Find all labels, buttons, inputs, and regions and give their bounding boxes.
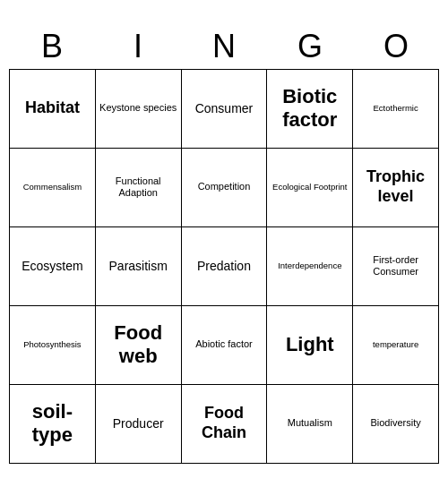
cell-text-r4-c4: Biodiversity <box>370 417 420 429</box>
cell-text-r2-c2: Predation <box>197 259 251 274</box>
cell-text-r4-c2: Food Chain <box>185 404 264 442</box>
cell-text-r2-c1: Parasitism <box>109 259 168 274</box>
cell-r0-c3: Biotic factor <box>267 70 353 149</box>
cell-text-r0-c2: Consumer <box>195 101 254 116</box>
header-letter-N: N <box>181 24 267 69</box>
cell-text-r1-c4: Trophic level <box>356 167 435 206</box>
cell-r1-c4: Trophic level <box>353 149 439 227</box>
cell-text-r2-c4: First-order Consumer <box>356 254 435 278</box>
cell-r3-c4: temperature <box>353 306 439 385</box>
cell-text-r1-c3: Ecological Footprint <box>272 182 347 192</box>
cell-text-r0-c1: Keystone species <box>99 102 177 114</box>
cell-r0-c0: Habitat <box>10 70 96 149</box>
cell-text-r2-c0: Ecosystem <box>22 259 82 274</box>
header-letter-B: B <box>9 24 95 69</box>
cell-r1-c2: Competition <box>182 149 268 227</box>
cell-r4-c1: Producer <box>96 385 182 464</box>
cell-text-r2-c3: Interdependence <box>278 261 341 270</box>
cell-r1-c3: Ecological Footprint <box>267 149 353 227</box>
cell-text-r3-c4: temperature <box>373 339 418 349</box>
cell-text-r4-c3: Mutualism <box>288 417 332 429</box>
bingo-card: BINGO HabitatKeystone speciesConsumerBio… <box>9 24 439 464</box>
cell-text-r0-c3: Biotic factor <box>270 85 349 132</box>
cell-r0-c4: Ectothermic <box>353 70 439 149</box>
bingo-header: BINGO <box>9 24 439 69</box>
cell-text-r3-c0: Photosynthesis <box>23 339 81 349</box>
cell-r4-c3: Mutualism <box>267 385 353 464</box>
cell-text-r3-c3: Light <box>286 333 334 356</box>
cell-r2-c1: Parasitism <box>96 227 182 306</box>
header-letter-O: O <box>353 24 439 69</box>
header-letter-I: I <box>95 24 181 69</box>
cell-text-r1-c2: Competition <box>198 181 251 192</box>
cell-text-r1-c0: Commensalism <box>23 182 82 192</box>
cell-r2-c2: Predation <box>182 227 268 306</box>
cell-text-r3-c2: Abiotic factor <box>195 338 253 350</box>
cell-r1-c0: Commensalism <box>10 149 96 227</box>
cell-r3-c1: Food web <box>96 306 182 385</box>
cell-text-r4-c1: Producer <box>113 416 164 431</box>
cell-r1-c1: Functional Adaption <box>96 149 182 227</box>
cell-r2-c0: Ecosystem <box>10 227 96 306</box>
cell-r3-c0: Photosynthesis <box>10 306 96 385</box>
cell-text-r1-c1: Functional Adaption <box>99 175 178 199</box>
cell-text-r0-c0: Habitat <box>25 98 80 118</box>
cell-text-r4-c0: soil-type <box>13 400 92 448</box>
cell-text-r3-c1: Food web <box>99 321 178 369</box>
header-letter-G: G <box>267 24 353 69</box>
cell-r0-c1: Keystone species <box>96 70 182 149</box>
cell-r3-c3: Light <box>267 306 353 385</box>
cell-r3-c2: Abiotic factor <box>182 306 268 385</box>
cell-r4-c4: Biodiversity <box>353 385 439 464</box>
cell-r2-c3: Interdependence <box>267 227 353 306</box>
cell-r2-c4: First-order Consumer <box>353 227 439 306</box>
cell-r4-c2: Food Chain <box>182 385 268 464</box>
bingo-grid: HabitatKeystone speciesConsumerBiotic fa… <box>9 69 439 464</box>
cell-r0-c2: Consumer <box>182 70 268 149</box>
cell-r4-c0: soil-type <box>10 385 96 464</box>
cell-text-r0-c4: Ectothermic <box>374 103 418 113</box>
